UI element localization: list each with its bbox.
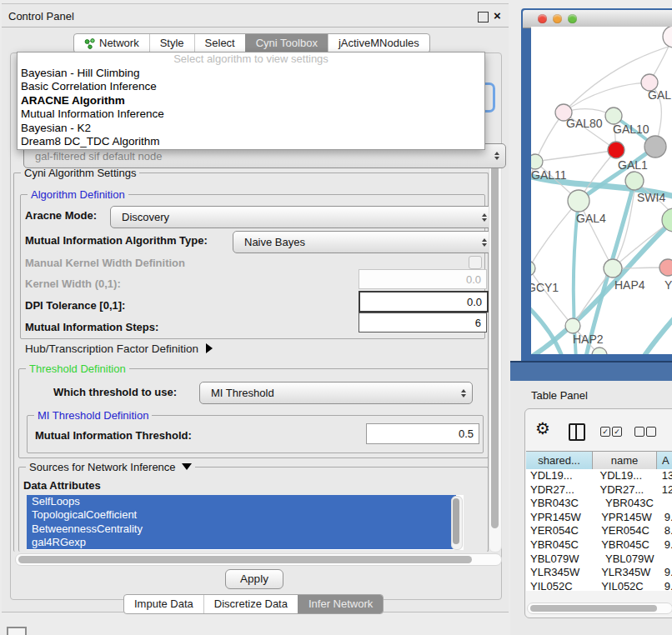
graph-edge[interactable] <box>573 268 613 326</box>
attribute-list-item[interactable]: TopologicalCoefficient <box>27 508 456 522</box>
unchecked-checkbox-icon[interactable] <box>646 427 656 437</box>
panel-title: Control Panel <box>8 10 74 22</box>
table-row[interactable]: YLR345W YLR345W 9. <box>526 566 672 580</box>
table-row[interactable]: YBR043C YBR043C <box>526 497 672 511</box>
dropdown-item[interactable]: Bayesian - Hill Climbing <box>18 67 484 80</box>
which-threshold-combo[interactable]: MI Threshold <box>199 382 473 404</box>
graph-node[interactable] <box>565 318 580 333</box>
table-card: ⚙ ✓ ✓ shared... name A YDL19. <box>524 408 672 618</box>
graph-node-label: GAL11 <box>531 168 567 182</box>
column-split-icon[interactable] <box>569 423 585 441</box>
mi-threshold-label: Mutual Information Threshold: <box>35 429 192 442</box>
graph-node-label: GAL4 <box>576 212 606 225</box>
control-panel: Control Panel × Network Style Select Cyn… <box>2 3 509 612</box>
dropdown-item[interactable]: Dream8 DC_TDC Algorithm <box>18 135 484 148</box>
settings-horizontal-scrollbar[interactable] <box>15 553 502 566</box>
dropdown-item[interactable]: ARACNE Algorithm <box>18 94 484 108</box>
graph-node[interactable] <box>604 259 622 278</box>
network-canvas[interactable]: GALGAL80GAL10GAL1GAL11SWI4GAL4HAP4YGCY1H… <box>531 27 672 354</box>
mi-steps-field[interactable]: 6 <box>359 312 487 332</box>
graph-edge[interactable] <box>640 315 672 354</box>
float-window-icon[interactable] <box>478 12 489 22</box>
attribute-list-item[interactable]: BetweennessCentrality <box>27 522 456 536</box>
minimized-panel-icon[interactable] <box>7 627 27 635</box>
kernel-width-field[interactable]: 0.0 <box>359 269 487 289</box>
graph-node-label: GCY1 <box>531 281 559 294</box>
attribute-list-scrollbar[interactable] <box>451 496 463 550</box>
table-row[interactable]: YBR045C YBR045C 9. <box>526 538 672 552</box>
dropdown-item[interactable]: Mutual Information Inference <box>18 108 484 121</box>
graph-node[interactable] <box>605 108 622 124</box>
graph-node[interactable] <box>659 259 672 276</box>
dropdown-item[interactable]: Bayesian - K2 <box>18 122 484 135</box>
tab-discretize-data[interactable]: Discretize Data <box>203 595 298 613</box>
settings-vertical-scrollbar[interactable] <box>489 162 502 552</box>
network-view-window: GALGAL80GAL10GAL1GAL11SWI4GAL4HAP4YGCY1H… <box>521 8 672 361</box>
graph-node[interactable] <box>663 27 672 48</box>
dropdown-item[interactable]: Basic Correlation Inference <box>18 80 484 93</box>
combo-stepper-icon <box>461 389 466 398</box>
graph-node[interactable] <box>568 190 589 212</box>
column-header-shared-name[interactable]: shared... <box>526 451 592 470</box>
tab-jactivemnodules[interactable]: jActiveMNodules <box>328 34 429 52</box>
network-icon <box>84 38 95 49</box>
graph-node-label: GAL10 <box>613 122 649 136</box>
graph-node[interactable] <box>592 348 607 354</box>
control-panel-titlebar: Control Panel × <box>2 4 509 28</box>
table-row[interactable]: YIL052C YIL052C 9. <box>526 580 672 591</box>
tab-style[interactable]: Style <box>149 34 194 52</box>
close-icon[interactable]: × <box>494 8 503 18</box>
mi-threshold-field[interactable]: 0.5 <box>366 423 479 444</box>
apply-button[interactable]: Apply <box>225 569 283 589</box>
graph-node[interactable] <box>531 154 543 169</box>
graph-node[interactable] <box>625 172 644 190</box>
graph-edge[interactable] <box>564 82 649 112</box>
attribute-list-item[interactable]: SelfLoops <box>27 495 456 508</box>
gear-icon[interactable]: ⚙ <box>535 420 550 437</box>
mi-algorithm-type-combo[interactable]: Naive Bayes <box>233 231 494 253</box>
graph-edge[interactable] <box>613 190 634 268</box>
dropdown-item-list: Bayesian - Hill ClimbingBasic Correlatio… <box>18 67 484 148</box>
dropdown-prompt: Select algorithm to view settings <box>18 52 484 67</box>
column-header-partial[interactable]: A <box>656 451 672 470</box>
table-row[interactable]: YDL19... YDL19... 13 <box>526 469 672 483</box>
tab-network[interactable]: Network <box>74 34 149 52</box>
attribute-list-item[interactable]: gal4RGexp <box>27 536 456 549</box>
checked-checkbox-icon[interactable]: ✓ <box>600 427 610 437</box>
column-header-name[interactable]: name <box>592 451 656 470</box>
network-window-titlebar[interactable] <box>523 10 672 28</box>
table-row[interactable]: YER054C YER054C 8. <box>526 524 672 538</box>
graph-node[interactable] <box>531 261 535 276</box>
group-title: Threshold Definition <box>26 362 129 375</box>
group-title: Cyni Algorithm Settings <box>21 167 139 179</box>
manual-kernel-checkbox[interactable] <box>469 256 482 269</box>
table-row[interactable]: YDR27... YDR27... 12 <box>526 483 672 498</box>
which-threshold-label: Which threshold to use: <box>53 386 177 398</box>
graph-edge[interactable] <box>531 201 579 268</box>
minimize-traffic-light[interactable] <box>553 14 562 23</box>
unchecked-checkbox-icon[interactable] <box>634 427 644 437</box>
tab-select[interactable]: Select <box>194 34 245 52</box>
table-row[interactable]: YPR145W YPR145W 9. <box>526 511 672 525</box>
zoom-traffic-light[interactable] <box>568 14 577 23</box>
graph-node-label: GAL1 <box>618 158 648 172</box>
screen: Control Panel × Network Style Select Cyn… <box>0 0 672 635</box>
graph-node[interactable] <box>608 142 624 158</box>
desktop-background <box>510 361 672 382</box>
table-row[interactable]: YBL079W YBL079W <box>526 552 672 567</box>
tab-cyni-toolbox[interactable]: Cyni Toolbox <box>245 34 328 52</box>
sources-expander[interactable]: Sources for Network Inference <box>26 461 195 473</box>
aracne-mode-combo[interactable]: Discovery <box>110 206 494 228</box>
data-attributes-list: SelfLoopsTopologicalCoefficientBetweenne… <box>27 495 464 550</box>
combo-stepper-icon <box>482 213 487 222</box>
dpi-tolerance-field[interactable]: 0.0 <box>359 291 489 312</box>
tab-impute-data[interactable]: Impute Data <box>124 595 203 613</box>
tab-infer-network[interactable]: Infer Network <box>298 595 383 613</box>
checked-checkbox-icon[interactable]: ✓ <box>612 427 622 437</box>
close-traffic-light[interactable] <box>538 14 547 23</box>
graph-node-label: HAP4 <box>614 278 645 292</box>
table-horizontal-scrollbar[interactable] <box>527 602 672 614</box>
graph-node[interactable] <box>644 136 666 158</box>
hub-factor-expander[interactable]: Hub/Transcription Factor Definition <box>25 342 213 355</box>
graph-edge[interactable] <box>535 150 616 162</box>
